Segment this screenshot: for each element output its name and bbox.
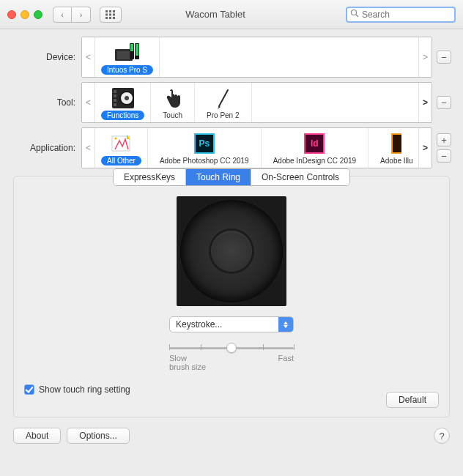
svg-point-9	[352, 10, 357, 15]
tab-onscreen[interactable]: On-Screen Controls	[251, 169, 349, 185]
close-window-button[interactable]	[7, 10, 16, 19]
chevron-right-icon: ›	[80, 10, 83, 19]
application-remove-button[interactable]: −	[437, 149, 451, 163]
nav-buttons: ‹ ›	[53, 7, 91, 23]
indesign-icon: Id	[304, 132, 325, 155]
device-item-intuos[interactable]: Intuos Pro S	[95, 37, 160, 77]
pen-icon	[215, 86, 231, 110]
zoom-window-button[interactable]	[34, 10, 42, 19]
slider-thumb[interactable]	[226, 343, 237, 353]
chevron-left-icon: <	[86, 97, 91, 108]
minus-icon: −	[441, 97, 447, 108]
show-touch-ring-checkbox[interactable]	[24, 384, 34, 395]
functions-icon	[112, 86, 134, 110]
illustrator-icon	[391, 132, 401, 155]
svg-rect-19	[114, 94, 116, 97]
footer: About Options... ?	[0, 423, 463, 451]
dropdown-toggle-icon	[278, 317, 293, 332]
tool-item-functions[interactable]: Functions	[95, 83, 151, 122]
svg-rect-12	[117, 51, 130, 59]
device-scroll-right[interactable]: >	[418, 37, 431, 77]
tab-expresskeys[interactable]: ExpressKeys	[114, 169, 186, 185]
plus-icon: +	[441, 135, 447, 146]
svg-rect-14	[130, 44, 133, 51]
svg-rect-20	[114, 99, 116, 102]
tab-bar: ExpressKeys Touch Ring On-Screen Control…	[24, 168, 439, 186]
application-item-label: All Other	[101, 156, 141, 166]
search-input[interactable]	[362, 10, 451, 20]
tool-item-label: Pro Pen 2	[201, 111, 245, 120]
slider-min-label: Slow	[169, 354, 206, 362]
tool-scroller: < Functions Touch	[81, 82, 432, 123]
device-scroller: < Intuos Pro S >	[81, 37, 432, 78]
chevron-left-icon: ‹	[61, 10, 64, 19]
touch-ring-graphic	[177, 196, 286, 306]
svg-line-10	[356, 15, 358, 17]
action-select[interactable]: Keystroke...	[169, 316, 294, 332]
application-scroller: < All Other Ps Adobe Photoshop CC 2019 I…	[81, 127, 432, 168]
device-scroll-left[interactable]: <	[82, 37, 95, 77]
svg-rect-21	[114, 103, 116, 106]
show-touch-ring-label: Show touch ring setting	[39, 384, 130, 395]
tool-scroll-right[interactable]: >	[418, 83, 431, 122]
default-button[interactable]: Default	[386, 392, 439, 408]
application-scroll-right[interactable]: >	[418, 128, 431, 168]
application-item-label: Adobe Photoshop CC 2019	[154, 156, 255, 166]
back-button[interactable]: ‹	[53, 7, 72, 23]
application-item-label: Adobe InDesign CC 2019	[267, 156, 362, 166]
tool-item-label: Touch	[157, 111, 188, 120]
chevron-right-icon: >	[423, 97, 428, 108]
tool-remove-button[interactable]: −	[437, 96, 451, 109]
tool-item-label: Functions	[101, 111, 144, 120]
svg-point-28	[115, 137, 117, 139]
forward-button[interactable]: ›	[72, 7, 91, 23]
photoshop-icon: Ps	[194, 132, 215, 155]
help-icon: ?	[439, 431, 444, 442]
tool-item-touch[interactable]: Touch	[151, 83, 195, 122]
search-field[interactable]	[346, 7, 456, 23]
application-item-indesign[interactable]: Id Adobe InDesign CC 2019	[262, 128, 368, 168]
application-item-label: Adobe Illu	[374, 156, 418, 166]
device-row: Device: < Intuos Pro S > −	[12, 37, 451, 78]
svg-point-24	[125, 96, 129, 100]
help-button[interactable]: ?	[434, 428, 450, 444]
svg-rect-16	[136, 44, 138, 56]
device-item-label: Intuos Pro S	[101, 65, 153, 75]
application-item-photoshop[interactable]: Ps Adobe Photoshop CC 2019	[148, 128, 262, 168]
titlebar: ‹ › Wacom Tablet	[0, 0, 463, 29]
application-row: Application: < All Other Ps Adobe Photos…	[12, 127, 451, 168]
device-label: Device:	[12, 52, 81, 62]
settings-panel: ExpressKeys Touch Ring On-Screen Control…	[13, 176, 450, 417]
touch-icon	[164, 86, 182, 110]
chevron-left-icon: <	[86, 52, 91, 62]
options-button[interactable]: Options...	[67, 428, 129, 444]
svg-rect-18	[114, 90, 116, 93]
tablet-icon	[115, 41, 140, 64]
speed-slider[interactable]: Slow brush size Fast	[169, 343, 294, 371]
about-button[interactable]: About	[13, 428, 61, 444]
chevron-left-icon: <	[86, 143, 91, 153]
action-select-value: Keystroke...	[170, 319, 278, 330]
svg-marker-26	[218, 106, 221, 109]
tab-touchring[interactable]: Touch Ring	[186, 169, 251, 185]
application-add-button[interactable]: +	[437, 133, 451, 146]
minus-icon: −	[441, 52, 447, 63]
application-item-illustrator[interactable]: Adobe Illu	[368, 128, 418, 168]
svg-line-25	[219, 90, 228, 106]
slider-sub-label: brush size	[169, 362, 206, 371]
generic-app-icon	[111, 132, 131, 155]
tool-scroll-left[interactable]: <	[82, 83, 95, 122]
application-label: Application:	[12, 143, 81, 153]
application-item-allother[interactable]: All Other	[95, 128, 148, 168]
slider-max-label: Fast	[278, 354, 294, 371]
traffic-lights	[7, 10, 42, 19]
chevron-right-icon: >	[423, 52, 428, 62]
application-scroll-left[interactable]: <	[82, 128, 95, 168]
window-title: Wacom Tablet	[91, 9, 340, 20]
chevron-right-icon: >	[423, 143, 428, 153]
tool-row: Tool: < Functions Touch	[12, 82, 451, 123]
search-icon	[350, 9, 359, 20]
device-remove-button[interactable]: −	[437, 51, 451, 64]
minimize-window-button[interactable]	[21, 10, 29, 19]
tool-item-propen[interactable]: Pro Pen 2	[195, 83, 251, 122]
